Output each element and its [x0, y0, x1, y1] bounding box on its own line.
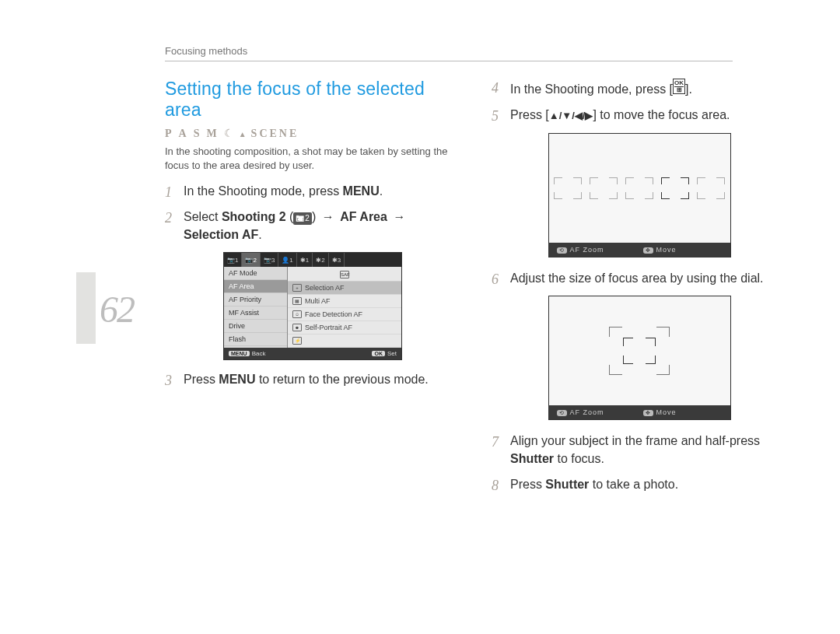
step-6: 6 Adjust the size of focus area by using…	[492, 270, 787, 287]
af-box	[590, 177, 618, 199]
menu-item: AF Mode	[224, 267, 287, 280]
step-text-end: to focus.	[554, 452, 604, 465]
steps-right: 4 In the Shooting mode, press [OK]. 5 Pr…	[492, 79, 787, 124]
af-inner-brackets	[623, 338, 656, 364]
step-text-end: ] to move the focus area.	[593, 108, 730, 121]
menu-tab: ✱3	[329, 253, 345, 267]
af-box	[697, 177, 725, 199]
menu-option-selected: +Selection AF	[288, 282, 401, 295]
header-section: Focusing methods	[165, 45, 247, 57]
mode-landscape-icon	[239, 128, 247, 140]
menu-item: MF Assist	[224, 306, 287, 320]
dial-icon: ⟲	[557, 247, 567, 254]
menu-set: OKSet	[372, 350, 397, 357]
shutter-key: Shutter	[545, 478, 589, 491]
preview-single-af: ⟲AF Zoom ✥Move	[548, 296, 731, 420]
menu-right-header: SAF	[288, 267, 401, 282]
menu-back: MENUBack	[229, 350, 265, 357]
preview-viewport	[549, 134, 730, 243]
steps-right-2: 6 Adjust the size of focus area by using…	[492, 270, 787, 287]
step-text-end: .	[258, 228, 261, 241]
dial-icon: ⟲	[557, 410, 567, 416]
menu-option: ☻Self-Portrait AF	[288, 321, 401, 335]
menu-key: MENU	[343, 184, 380, 198]
page-title: Setting the focus of the selected area	[165, 79, 460, 121]
step-text-end: to take a photo.	[589, 478, 678, 491]
shooting2-label: Shooting 2	[222, 210, 286, 223]
page-number: 62	[100, 288, 134, 331]
af-area-label: AF Area	[340, 210, 387, 223]
intro-text: In the shooting composition, a shot may …	[165, 145, 460, 172]
step-1: 1 In the Shooting mode, press MENU.	[165, 183, 460, 200]
preview-footer: ⟲AF Zoom ✥Move	[549, 405, 730, 419]
mode-night-icon	[224, 127, 234, 140]
step-number: 3	[165, 371, 172, 391]
step-text: In the Shooting mode, press	[184, 184, 343, 198]
menu-item: Drive	[224, 320, 287, 333]
step-text: Align your subject in the frame and half…	[510, 434, 760, 447]
step-2: 2 Select Shooting 2 (2) → AF Area → Sele…	[165, 208, 460, 243]
menu-footer: MENUBack OKSet	[224, 348, 401, 359]
content-columns: Setting the focus of the selected area P…	[165, 79, 790, 502]
menu-tab: 📷3	[261, 253, 278, 267]
shutter-key: Shutter	[510, 452, 554, 465]
dpad-icon: ✥	[643, 410, 653, 416]
af-single-wrap	[609, 327, 670, 375]
af-zoom-label: ⟲AF Zoom	[557, 408, 604, 416]
step-text: In the Shooting mode, press [	[510, 82, 673, 96]
step-number: 7	[492, 433, 499, 452]
header: Focusing methods	[165, 44, 733, 61]
menu-key: MENU	[219, 373, 255, 386]
menu-item: Flash	[224, 333, 287, 346]
step-text-end: ].	[685, 82, 692, 96]
steps-left: 1 In the Shooting mode, press MENU. 2 Se…	[165, 183, 460, 243]
menu-tab: 👤1	[278, 253, 296, 267]
steps-right-3: 7 Align your subject in the frame and ha…	[492, 433, 787, 493]
step-text: Press	[184, 373, 219, 386]
step-number: 1	[165, 183, 172, 202]
dpad-icon: ✥	[643, 247, 653, 254]
preview-viewport	[549, 296, 730, 405]
step-number: 6	[492, 270, 499, 289]
step-text: Adjust the size of focus area by using t…	[510, 271, 764, 285]
move-label: ✥Move	[643, 408, 677, 416]
preview-footer: ⟲AF Zoom ✥Move	[549, 243, 730, 257]
menu-option: ▦Multi AF	[288, 295, 401, 308]
af-box	[625, 177, 653, 199]
af-multi-boxes	[549, 134, 730, 243]
step-5: 5 Press [] to move the focus area.	[492, 107, 787, 124]
mode-m: M	[206, 128, 219, 140]
menu-option: ☺Face Detection AF	[288, 308, 401, 321]
menu-right-list: SAF +Selection AF ▦Multi AF ☺Face Detect…	[288, 267, 401, 348]
af-box	[554, 177, 582, 199]
selection-af-label: Selection AF	[184, 228, 258, 241]
ok-key-icon: OK	[673, 79, 685, 94]
mode-scene: SCENE	[251, 128, 299, 140]
menu-tab-bar: 📷1 📷2 📷3 👤1 ✱1 ✱2 ✱3	[224, 253, 401, 267]
saf-icon: SAF	[340, 271, 349, 278]
arrow-icon: →	[322, 208, 334, 226]
self-portrait-icon: ☻	[292, 324, 302, 331]
step-number: 5	[492, 107, 499, 126]
af-zoom-label: ⟲AF Zoom	[557, 246, 604, 254]
menu-item-selected: AF Area	[224, 280, 287, 293]
menu-option-empty: ⚡	[288, 335, 401, 348]
step-text: Press [	[510, 108, 549, 121]
step-7: 7 Align your subject in the frame and ha…	[492, 433, 787, 468]
mode-s: S	[194, 128, 202, 140]
mode-a: A	[179, 128, 189, 140]
menu-tab-active: 📷2	[242, 253, 260, 267]
step-4: 4 In the Shooting mode, press [OK].	[492, 79, 787, 98]
step-number: 8	[492, 476, 499, 496]
menu-item: AF Priority	[224, 293, 287, 306]
menu-left-list: AF Mode AF Area AF Priority MF Assist Dr…	[224, 267, 288, 348]
manual-page: Focusing methods 62 Setting the focus of…	[0, 0, 840, 634]
arrow-icon: →	[393, 208, 405, 226]
selection-af-icon: +	[292, 284, 302, 292]
camera-tab-icon: 2	[293, 212, 312, 225]
dpad-keys-icon	[549, 108, 593, 121]
menu-tab: 📷1	[224, 253, 242, 267]
mode-indicator: P A S M SCENE	[165, 127, 460, 140]
step-number: 4	[492, 79, 499, 98]
af-box-active	[661, 177, 689, 199]
